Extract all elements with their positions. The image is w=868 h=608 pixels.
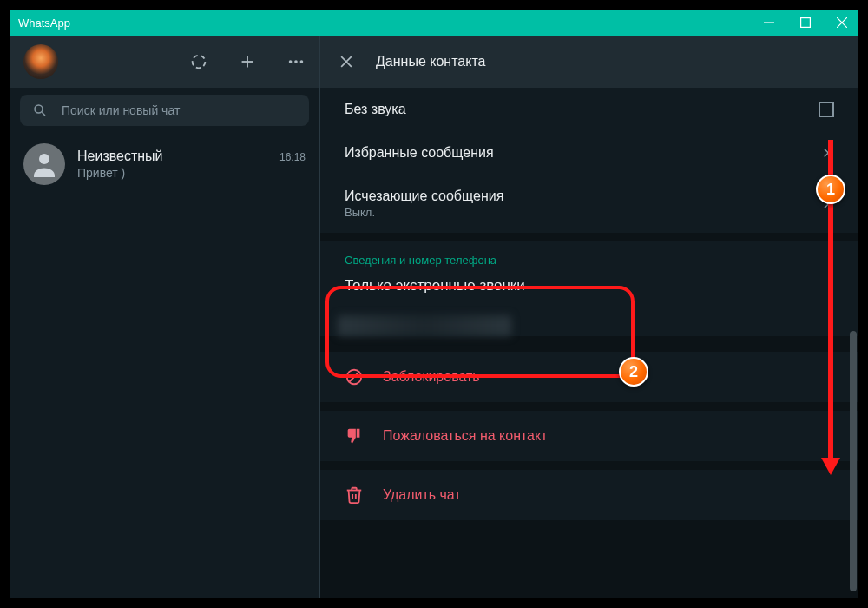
right-pane: Данные контакта Без звука Избранные сооб…: [320, 36, 858, 598]
phone-number-blurred: [338, 315, 511, 336]
report-section: Пожаловаться на контакт: [320, 411, 858, 461]
contact-avatar: [23, 143, 65, 185]
chat-preview: Привет ): [77, 166, 306, 180]
left-header: [10, 36, 319, 88]
report-row[interactable]: Пожаловаться на контакт: [320, 411, 858, 461]
block-row[interactable]: Заблокировать: [320, 352, 858, 402]
titlebar: WhatsApp: [10, 10, 858, 36]
block-label: Заблокировать: [383, 369, 480, 385]
starred-label: Избранные сообщения: [345, 145, 494, 161]
status-icon[interactable]: [189, 52, 208, 71]
svg-line-11: [42, 112, 45, 116]
scrollbar[interactable]: [850, 331, 857, 591]
disappearing-row[interactable]: Исчезающие сообщения Выкл.: [320, 175, 858, 233]
svg-line-16: [350, 373, 359, 382]
mute-row[interactable]: Без звука: [320, 88, 858, 131]
app-window: WhatsApp: [9, 9, 859, 599]
mute-checkbox[interactable]: [819, 102, 834, 117]
close-panel-icon[interactable]: [338, 53, 355, 70]
left-pane: Неизвестный 16:18 Привет ): [10, 36, 320, 598]
panel-title: Данные контакта: [376, 54, 485, 69]
info-section-label: Сведения и номер телефона: [320, 241, 858, 272]
svg-point-9: [300, 60, 304, 63]
contact-info-header: Данные контакта: [320, 36, 858, 88]
svg-point-12: [39, 154, 49, 164]
contact-info-scroll[interactable]: Без звука Избранные сообщения Исчезающие…: [320, 88, 858, 598]
search-input[interactable]: [62, 103, 297, 117]
annotation-badge-2: 2: [619, 357, 648, 387]
maximize-button[interactable]: [798, 15, 813, 30]
svg-point-7: [289, 60, 293, 63]
chat-item[interactable]: Неизвестный 16:18 Привет ): [10, 133, 319, 195]
block-icon: [345, 367, 364, 387]
svg-point-10: [35, 105, 43, 113]
svg-point-4: [193, 56, 206, 69]
actions-section: Заблокировать: [320, 352, 858, 402]
report-label: Пожаловаться на контакт: [383, 428, 548, 444]
svg-point-8: [294, 60, 298, 63]
menu-icon[interactable]: [286, 52, 306, 71]
app-title: WhatsApp: [18, 17, 70, 30]
trash-icon: [345, 486, 364, 505]
info-section: Сведения и номер телефона Только экстрен…: [320, 241, 858, 336]
chat-time: 16:18: [279, 151, 306, 163]
chat-list: Неизвестный 16:18 Привет ): [10, 133, 319, 598]
new-chat-icon[interactable]: [238, 52, 257, 71]
svg-rect-1: [801, 18, 811, 28]
chat-name: Неизвестный: [77, 149, 163, 164]
delete-label: Удалить чат: [383, 487, 461, 503]
minimize-button[interactable]: [761, 15, 777, 30]
info-status-text: Только экстренные звонки: [320, 272, 858, 310]
search-icon: [32, 102, 48, 118]
settings-section: Без звука Избранные сообщения Исчезающие…: [320, 88, 858, 233]
delete-section: Удалить чат: [320, 470, 858, 520]
disappearing-label: Исчезающие сообщения: [345, 188, 503, 204]
mute-label: Без звука: [345, 102, 406, 117]
window-controls: [761, 15, 850, 30]
search-bar[interactable]: [20, 95, 309, 126]
annotation-badge-1: 1: [816, 175, 845, 204]
close-button[interactable]: [834, 15, 850, 30]
my-avatar[interactable]: [23, 44, 58, 79]
chat-text: Неизвестный 16:18 Привет ): [77, 147, 306, 182]
annotation-arrow-head: [821, 458, 840, 475]
disappearing-value: Выкл.: [345, 206, 503, 219]
content: Неизвестный 16:18 Привет ) Данные контак…: [10, 36, 858, 598]
thumbs-down-icon: [345, 426, 364, 446]
delete-chat-row[interactable]: Удалить чат: [320, 470, 858, 520]
search-wrap: [10, 88, 319, 133]
starred-row[interactable]: Избранные сообщения: [320, 131, 858, 175]
